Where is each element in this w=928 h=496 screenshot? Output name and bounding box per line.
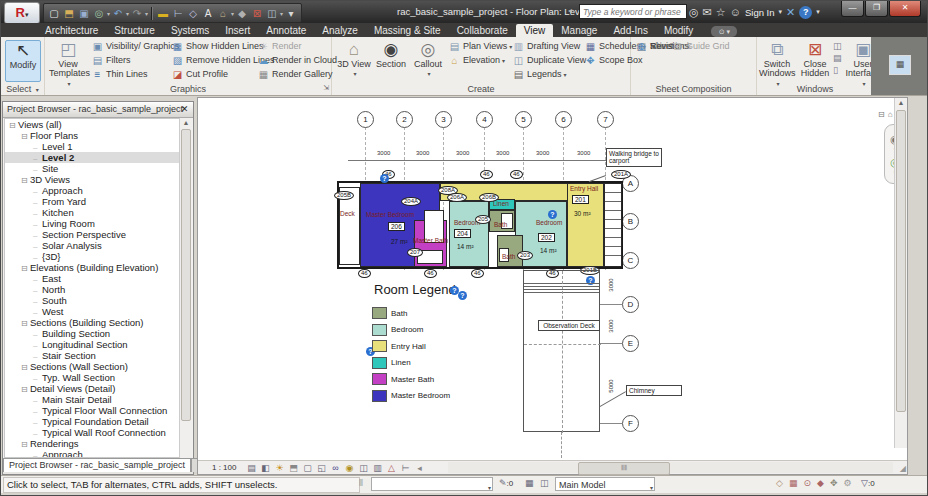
room-name-label[interactable]: Bath — [502, 253, 515, 260]
tree-item-level-1[interactable]: –Level 1 — [5, 141, 179, 152]
grid-bubble-B[interactable]: B — [622, 213, 639, 230]
grid-line-D[interactable] — [600, 304, 622, 305]
reveal-hidden-elements-icon[interactable]: ◉ — [342, 463, 356, 473]
sign-in-arrow-icon[interactable]: ▾ — [779, 8, 783, 16]
temporary-view-properties-icon[interactable]: ▥ — [370, 463, 384, 473]
measure-icon[interactable]: ▬ — [156, 6, 170, 21]
tile-windows-icon[interactable]: ▤ — [833, 53, 845, 65]
tree-item-typical-floor-wall-connection[interactable]: –Typical Floor Wall Connection — [5, 405, 179, 416]
scrollbar-thumb[interactable] — [181, 129, 191, 421]
tree-item-views-all-[interactable]: ⊟Views (all) — [5, 119, 179, 130]
tree-item-stair-section[interactable]: –Stair Section — [5, 350, 179, 361]
replicate-window-icon[interactable]: ▯ — [833, 65, 845, 77]
tab-manage[interactable]: Manage — [553, 24, 605, 37]
properties-window-icon[interactable]: ▦ — [889, 55, 911, 75]
grid-bubble-6[interactable]: 6 — [555, 111, 572, 128]
room-name-label[interactable]: Deck — [340, 210, 355, 217]
tree-item-typical-foundation-detail[interactable]: –Typical Foundation Detail — [5, 416, 179, 427]
room-legend-title[interactable]: Room Legend — [374, 282, 456, 297]
room-area-label[interactable]: 14 m² — [457, 243, 474, 250]
tag-by-category-icon[interactable]: ◇ — [186, 6, 200, 21]
door-tag[interactable]: 46 — [480, 170, 493, 179]
tree-item-longitudinal-section[interactable]: –Longitudinal Section — [5, 339, 179, 350]
thin-lines-button[interactable]: ≡Thin Lines — [91, 67, 179, 81]
legends-button[interactable]: ▤Legends▾ — [512, 67, 591, 81]
3d-view-button[interactable]: ⌂3D View▾ — [336, 40, 372, 79]
windows-panel-label[interactable]: Windows — [757, 83, 873, 95]
undo-icon[interactable]: ↶ — [111, 6, 125, 21]
grid-line-F[interactable] — [600, 423, 622, 424]
drag-on-selection-icon[interactable]: ✥ — [830, 478, 838, 488]
tree-expander-icon[interactable]: ⊟ — [21, 263, 30, 274]
scrollbar-thumb[interactable]: ⦀⦀ — [578, 462, 670, 475]
plan-views-button[interactable]: ▤Plan Views▾ — [448, 39, 512, 53]
legend-item-master-bedroom[interactable]: Master Bedroom — [372, 390, 450, 402]
grid-bubble-2[interactable]: 2 — [396, 111, 413, 128]
door-tag[interactable]: 46 — [510, 170, 523, 179]
modify-button[interactable]: ↖ Modify — [5, 40, 41, 82]
room-name-label[interactable]: Linen — [493, 200, 509, 207]
panel-tab-project-browser-rac-basic-sample-project[interactable]: Project Browser - rac_basic_sample_proje… — [3, 458, 191, 472]
detail-level-icon[interactable]: ▤ — [244, 463, 258, 473]
select-underlay-icon[interactable]: ▦ — [789, 478, 798, 488]
tree-item--3d-[interactable]: –{3D} — [5, 251, 179, 262]
close-hidden-windows-icon[interactable]: ⊠ — [250, 6, 264, 21]
worksharing-display-icon[interactable]: ◫ — [356, 463, 370, 473]
legend-item-bedroom[interactable]: Bedroom — [372, 324, 423, 336]
tree-item-living-room[interactable]: –Living Room — [5, 218, 179, 229]
switch-windows-button[interactable]: ⧉Switch Windows▾ — [759, 40, 795, 88]
tree-item-renderings[interactable]: ⊟Renderings — [5, 438, 179, 449]
dropdown-arrow-icon[interactable]: ▾ — [145, 10, 148, 17]
grid-bubble-E[interactable]: E — [622, 335, 639, 352]
tree-expander-icon[interactable]: ⊟ — [21, 131, 30, 142]
tab-systems[interactable]: Systems — [163, 24, 217, 37]
room-tag[interactable]: 204 — [454, 229, 471, 238]
door-tag[interactable]: 201A — [611, 170, 631, 179]
active-workset-select[interactable]: ▾ — [371, 477, 493, 491]
search-input[interactable] — [579, 4, 687, 19]
visibility-graphics-button[interactable]: ▣Visibility/ Graphics — [91, 39, 179, 53]
room-area-label[interactable]: 30 m² — [574, 210, 591, 217]
browser-scrollbar[interactable]: ▲ — [179, 118, 192, 458]
horizontal-scrollbar[interactable]: ⦀⦀ — [448, 462, 893, 473]
tree-item-level-2[interactable]: –Level 2 — [5, 152, 179, 163]
door-tag[interactable]: 203 — [517, 251, 533, 260]
tree-expander-icon[interactable]: ⊟ — [21, 384, 30, 395]
collapse-arrow-icon[interactable]: ◂ — [412, 463, 426, 473]
select-panel-label[interactable]: Select ▾ — [1, 83, 44, 95]
icon-button-button[interactable]: ▫▾ — [635, 39, 655, 53]
room-tag[interactable]: 206 — [388, 222, 405, 231]
filter-icon[interactable]: ▽:0 — [861, 478, 875, 488]
tree-item-sections-wall-section-[interactable]: ⊟Sections (Wall Section) — [5, 361, 179, 372]
door-tag[interactable]: 46 — [424, 269, 437, 278]
render-in-cloud-button[interactable]: ☁Render in Cloud — [257, 53, 337, 67]
help-icon[interactable]: ? — [799, 6, 812, 19]
grid-bubble-C[interactable]: C — [622, 252, 639, 269]
sign-in-person-icon[interactable]: ☺ — [730, 2, 741, 22]
customize-qat-icon[interactable]: ▾ — [284, 6, 298, 21]
close-button[interactable]: ✕ — [889, 1, 921, 17]
door-tag[interactable]: 204A — [401, 197, 421, 206]
restore-button[interactable]: ❐ — [865, 1, 888, 17]
drawing-canvas[interactable]: 1234567300030003000300030003000ABCDEF300… — [197, 97, 908, 475]
dropdown-arrow-icon[interactable]: ▾ — [126, 10, 129, 17]
tree-item-floor-plans[interactable]: ⊟Floor Plans — [5, 130, 179, 141]
select-links-icon[interactable]: ◇ — [776, 478, 783, 488]
tab-add-ins[interactable]: Add-Ins — [605, 24, 655, 37]
door-tag[interactable]: 206B — [479, 193, 499, 202]
legend-item-master-bath[interactable]: Master Bath — [372, 373, 434, 385]
visual-style-icon[interactable]: ◧ — [258, 463, 272, 473]
room-area-label[interactable]: 27 m² — [391, 238, 408, 245]
graphics-panel-label[interactable]: Graphics⇲ — [45, 83, 331, 95]
legend-item-entry-hall[interactable]: Entry Hall — [372, 340, 426, 352]
door-tag[interactable]: 207 — [407, 248, 423, 257]
tree-expander-icon[interactable]: ⊟ — [21, 318, 30, 329]
tree-item-approach[interactable]: –Approach — [5, 185, 179, 196]
minimize-button[interactable]: — — [841, 1, 864, 17]
tree-expander-icon[interactable]: ⊟ — [21, 175, 30, 186]
room-tag[interactable]: 202 — [538, 233, 555, 242]
close-browser-icon[interactable]: ✕ — [178, 103, 191, 116]
scale-button[interactable]: 1 : 100 — [212, 463, 236, 472]
reveal-constraints-icon[interactable]: ⊢ — [398, 463, 412, 473]
tab-insert[interactable]: Insert — [217, 24, 258, 37]
